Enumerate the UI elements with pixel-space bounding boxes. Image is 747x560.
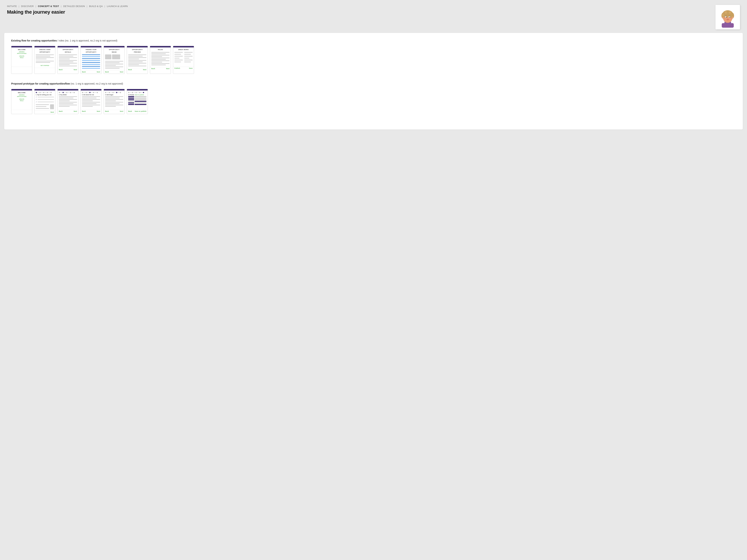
- line: [105, 68, 120, 69]
- next-link-tips: Next: [50, 111, 54, 113]
- screen-header-tips: [34, 89, 55, 90]
- screen-opp-preview: OPPORTUNITY PREVIEW Back Next: [127, 46, 148, 74]
- line: [128, 57, 146, 58]
- line: [59, 101, 70, 101]
- line: [105, 101, 116, 101]
- screen-body-info-role: 3. Info about the role: [81, 90, 101, 110]
- screen-header-opp-image: [104, 46, 125, 47]
- dot: [36, 92, 37, 93]
- screen-footer-opp-details: Back Next: [58, 68, 78, 72]
- screen-footer-opp-preview: Back Next: [127, 68, 148, 72]
- header-left: INITIATE | DISCOVER | CONCEPT & TEST | D…: [7, 5, 128, 15]
- tips-image-box: [50, 104, 54, 109]
- screen-footer-add-images: Back Next: [104, 110, 125, 113]
- line: [59, 59, 70, 59]
- line: [174, 56, 183, 56]
- breadcrumb-item-initiate: INITIATE: [7, 5, 17, 7]
- screen-body-add-images: 4. Add images: [104, 90, 125, 110]
- line: [105, 61, 123, 61]
- image-placeholder-1: [105, 54, 111, 59]
- screen-preview-save: 5. Preview Save or publish: [127, 89, 148, 114]
- dot: [40, 92, 41, 93]
- breadcrumb-sep-3: |: [61, 5, 61, 7]
- line: [59, 61, 73, 62]
- line: [36, 62, 50, 63]
- line: [151, 64, 166, 65]
- breadcrumb-item-launch: LAUNCH & LEARN: [107, 5, 128, 7]
- preview-block-9: [128, 102, 134, 103]
- line: [105, 103, 120, 104]
- screen-footer-great-work: Publish Save: [173, 67, 194, 70]
- line: [128, 54, 146, 55]
- line: [59, 65, 77, 66]
- line: [174, 52, 183, 53]
- screen-header-great-work: [173, 46, 194, 47]
- screen-body-preview-save: 5. Preview Save or publish: [127, 90, 148, 110]
- line: [82, 60, 100, 61]
- line: [59, 56, 73, 56]
- screen-opp-image: OPPORTUNITY IMAGE Back Next: [104, 46, 125, 74]
- dot: [59, 92, 60, 93]
- screen-p-nav-applications: APPLICATIONS: [12, 96, 31, 97]
- line: [151, 52, 170, 53]
- line: [36, 108, 49, 109]
- screen-footer-tips: Next: [34, 111, 55, 114]
- save-or-publish-header-link: Save or publish: [135, 94, 144, 96]
- dot: [74, 92, 75, 93]
- screen-footer-welcome: [11, 67, 32, 68]
- screen-tips: 1. Tips for writing your role ✓ ✓ ✓: [34, 89, 55, 114]
- check-item-2: ✓: [36, 99, 54, 100]
- screen-body-p-welcome: WELCOME AWARDS APPLICATIONS CREATE ROLE: [11, 90, 32, 110]
- line: [59, 57, 77, 58]
- line: [151, 59, 166, 60]
- line: [105, 96, 123, 97]
- line: [105, 102, 123, 103]
- screen-title-opp-image1: OPPORTUNITY: [105, 49, 123, 50]
- screen-body-key-details: 2. Key details: [58, 90, 78, 110]
- next-link-roles: Next: [166, 68, 170, 70]
- preview-block-4: [135, 98, 146, 99]
- back-link-key-details: Back: [59, 110, 63, 112]
- line: [128, 56, 143, 56]
- next-link-opp-details: Next: [74, 69, 77, 71]
- line: [59, 99, 77, 100]
- dot: [112, 92, 114, 93]
- dot: [62, 92, 64, 93]
- step-label-preview: 5. Preview: [128, 94, 134, 96]
- line: [59, 98, 73, 98]
- check-line-3: [37, 102, 54, 102]
- preview-block-8: [135, 101, 146, 102]
- screen-nav-role: ROLE: [12, 57, 31, 58]
- proposed-flow-label: Proposed prototype for creating opportun…: [11, 82, 736, 85]
- line: [184, 56, 192, 56]
- screen-body-opp-preview: OPPORTUNITY PREVIEW: [127, 47, 148, 68]
- line: [59, 54, 77, 55]
- breadcrumb-item-discover: DISCOVER: [21, 5, 34, 7]
- line: [82, 64, 100, 65]
- line: [128, 61, 143, 62]
- line: [59, 105, 77, 105]
- screen-nav-awards: AWARDS: [12, 51, 31, 53]
- line: [82, 102, 100, 103]
- dot: [43, 92, 44, 93]
- screen-title-p-welcome: WELCOME: [12, 92, 31, 94]
- next-link-info-role: Next: [97, 110, 100, 112]
- back-link-preview: Back: [128, 110, 132, 112]
- line: [105, 98, 120, 98]
- line: [36, 56, 50, 56]
- dot: [132, 92, 133, 93]
- progress-dots-add-images: [105, 92, 123, 93]
- dot: [86, 92, 87, 93]
- preview-block-6: [135, 99, 146, 100]
- line: [82, 68, 100, 69]
- screen-finding: FINDING YOUR OPPORTUNITY: [81, 46, 102, 74]
- line: [82, 98, 97, 98]
- svg-point-24: [730, 18, 731, 19]
- back-link-opp-image: Back: [105, 71, 109, 73]
- back-link-add-images: Back: [105, 110, 109, 112]
- line: [184, 52, 192, 53]
- avatar: [716, 5, 740, 29]
- progress-dots-info-role: [82, 92, 100, 93]
- screen-header-p-welcome: [11, 89, 32, 90]
- line: [82, 106, 93, 107]
